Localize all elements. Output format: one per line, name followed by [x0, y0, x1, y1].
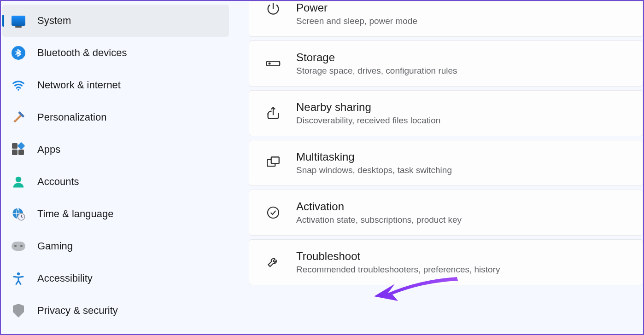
check-circle-icon [263, 202, 283, 223]
person-icon [11, 174, 26, 190]
card-subtitle: Activation state, subscriptions, product… [296, 215, 462, 225]
sidebar: System Bluetooth & devices Network & int… [1, 1, 230, 334]
sidebar-item-gaming[interactable]: Gaming [2, 230, 229, 262]
card-title: Power [296, 1, 417, 14]
gamepad-icon [11, 238, 26, 254]
power-icon [263, 0, 283, 19]
sidebar-item-label: Gaming [37, 240, 73, 252]
settings-card-power[interactable]: Power Screen and sleep, power mode [249, 1, 643, 37]
settings-card-multitasking[interactable]: Multitasking Snap windows, desktops, tas… [249, 140, 643, 186]
sidebar-item-label: Bluetooth & devices [37, 47, 127, 59]
settings-content: Power Screen and sleep, power mode Stora… [230, 1, 643, 334]
card-subtitle: Discoverability, received files location [296, 116, 440, 126]
svg-rect-9 [271, 157, 279, 163]
wifi-icon [11, 77, 26, 93]
apps-icon [11, 142, 26, 157]
globe-clock-icon [11, 206, 26, 222]
share-icon [263, 103, 283, 123]
sidebar-item-network[interactable]: Network & internet [2, 69, 229, 101]
card-title: Multitasking [296, 150, 452, 163]
card-title: Nearby sharing [296, 101, 440, 114]
shield-icon [11, 303, 26, 318]
bluetooth-icon [11, 45, 26, 61]
svg-point-7 [269, 63, 270, 64]
sidebar-item-label: Apps [37, 144, 60, 156]
svg-point-10 [268, 207, 279, 218]
sidebar-item-privacy-security[interactable]: Privacy & security [2, 295, 229, 327]
card-subtitle: Recommended troubleshooters, preferences… [296, 265, 500, 275]
card-title: Troubleshoot [296, 250, 500, 263]
sidebar-item-label: Network & internet [37, 79, 121, 91]
card-subtitle: Snap windows, desktops, task switching [296, 165, 452, 175]
settings-card-troubleshoot[interactable]: Troubleshoot Recommended troubleshooters… [249, 239, 643, 285]
card-title: Storage [296, 51, 457, 64]
storage-icon [263, 53, 283, 74]
svg-point-5 [17, 272, 20, 275]
wrench-icon [263, 252, 283, 272]
settings-card-nearby-sharing[interactable]: Nearby sharing Discoverability, received… [249, 90, 643, 136]
svg-point-1 [18, 89, 19, 91]
sidebar-item-time-language[interactable]: Time & language [2, 198, 229, 230]
settings-card-activation[interactable]: Activation Activation state, subscriptio… [249, 190, 643, 236]
paintbrush-icon [11, 110, 26, 125]
sidebar-item-label: Accounts [37, 176, 79, 188]
settings-card-storage[interactable]: Storage Storage space, drives, configura… [249, 40, 643, 87]
multitasking-icon [263, 153, 283, 173]
card-subtitle: Storage space, drives, configuration rul… [296, 66, 457, 76]
sidebar-item-system[interactable]: System [2, 5, 229, 37]
svg-point-2 [16, 177, 22, 183]
accessibility-icon [11, 271, 26, 286]
sidebar-item-label: System [37, 15, 71, 27]
sidebar-item-apps[interactable]: Apps [2, 133, 229, 166]
card-title: Activation [296, 200, 462, 213]
sidebar-item-label: Time & language [37, 208, 114, 220]
sidebar-item-label: Privacy & security [37, 305, 118, 317]
sidebar-item-accounts[interactable]: Accounts [2, 166, 229, 198]
sidebar-item-label: Personalization [37, 111, 106, 123]
sidebar-item-label: Accessibility [37, 272, 93, 284]
monitor-icon [11, 13, 26, 29]
sidebar-item-accessibility[interactable]: Accessibility [2, 262, 229, 295]
sidebar-item-bluetooth[interactable]: Bluetooth & devices [2, 37, 229, 69]
card-subtitle: Screen and sleep, power mode [296, 16, 417, 26]
sidebar-item-personalization[interactable]: Personalization [2, 101, 229, 133]
